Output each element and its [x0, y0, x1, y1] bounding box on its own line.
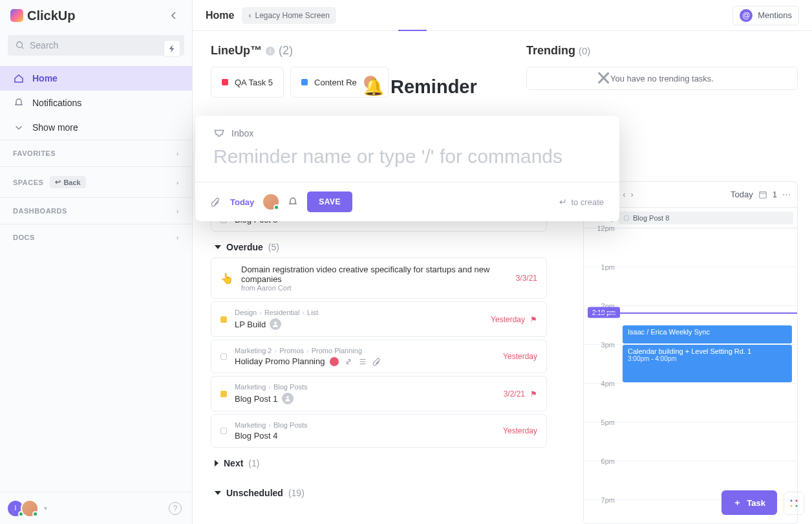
calendar-grid[interactable]: 12pm 1pm 2pm 3pm 4pm 5pm 6pm 7pm 2:10 pm…: [584, 228, 797, 524]
nav-notifications[interactable]: Notifications: [0, 91, 192, 115]
status-icon[interactable]: [220, 428, 227, 434]
allday-event[interactable]: Blog Post 8: [619, 212, 793, 224]
lineup-count: (2): [279, 44, 293, 58]
bell-icon: [13, 97, 25, 109]
task-list: Blog Post 8 Overdue (5) 👆 Domain registr…: [211, 208, 547, 498]
calendar-widget: Wed ▾ ‹ › Today 1 ⋯ All day Blog Post 8 …: [583, 181, 798, 524]
section-label: FAVORITES: [13, 149, 56, 157]
group-unscheduled[interactable]: Unscheduled (19): [215, 488, 547, 498]
assignee-icon[interactable]: [270, 318, 281, 330]
task-row[interactable]: Design› Residential› List LP Build Yeste…: [211, 301, 547, 337]
blocked-icon: [330, 357, 339, 366]
grid-icon: [789, 498, 799, 508]
mentions-button[interactable]: @ Mentions: [732, 6, 799, 25]
new-task-button[interactable]: ＋ Task: [721, 490, 777, 515]
section-spaces[interactable]: SPACES ↩ Back ›: [0, 166, 192, 197]
status-icon[interactable]: [220, 316, 227, 323]
trending-count: (0): [579, 45, 590, 56]
search-input[interactable]: Search: [8, 35, 184, 56]
task-row[interactable]: Marketing› Blog Posts Blog Post 4 Yester…: [211, 414, 547, 448]
chevron-down-icon[interactable]: ▾: [44, 505, 47, 512]
status-square-icon: [301, 79, 308, 85]
caret-right-icon: [215, 460, 219, 466]
lineup-widget: LineUp™ i (2) QA Task 5 Content Re: [211, 44, 500, 98]
task-row[interactable]: Marketing 2› Promos› Promo Planning Holi…: [211, 340, 547, 373]
status-icon[interactable]: [220, 353, 227, 360]
now-line: [594, 312, 797, 314]
calendar-day-num: 1: [773, 190, 777, 199]
caret-down-icon: [215, 491, 221, 495]
plus-icon: ＋: [733, 497, 742, 508]
back-button[interactable]: ↩ Back: [50, 176, 85, 188]
app-logo[interactable]: ClickUp: [10, 8, 75, 23]
help-button[interactable]: ?: [169, 502, 182, 515]
section-label: DASHBOARDS: [13, 207, 67, 215]
task-row[interactable]: Blog Post 8: [211, 208, 547, 232]
presence-dot-icon: [32, 511, 38, 517]
quick-action-button[interactable]: [164, 40, 180, 57]
svg-point-7: [796, 505, 798, 507]
status-icon: [624, 215, 629, 221]
section-label: SPACES: [13, 179, 43, 186]
group-overdue[interactable]: Overdue (5): [215, 242, 547, 252]
user-avatars[interactable]: I: [10, 499, 39, 518]
svg-rect-3: [760, 191, 767, 198]
list-icon: [358, 357, 367, 366]
logo-mark-icon: [10, 9, 23, 22]
allday-label: All day: [584, 214, 619, 222]
today-button[interactable]: Today: [731, 190, 753, 199]
collapse-sidebar-button[interactable]: [166, 8, 182, 23]
lineup-task-chip[interactable]: Content Re: [290, 67, 389, 98]
next-button[interactable]: ›: [631, 190, 634, 199]
at-icon: @: [740, 9, 753, 22]
chevron-down-icon: [13, 122, 25, 133]
chevron-right-icon: ›: [176, 207, 179, 215]
task-row[interactable]: Marketing› Blog Posts Blog Post 1 3/2/21…: [211, 376, 547, 411]
nav-label: Home: [32, 73, 58, 83]
legacy-home-button[interactable]: ‹ Legacy Home Screen: [242, 7, 336, 24]
chevron-right-icon: ›: [176, 179, 179, 186]
task-row[interactable]: 👆 Domain registration video creative spe…: [211, 257, 547, 299]
app-name: ClickUp: [27, 8, 75, 23]
trending-title: Trending: [526, 44, 575, 57]
nav-label: Notifications: [32, 98, 81, 108]
trending-empty: You have no trending tasks.: [526, 67, 798, 90]
avatar: [21, 499, 39, 518]
chevron-right-icon: ›: [176, 149, 179, 157]
info-icon[interactable]: i: [266, 47, 275, 56]
chevron-down-icon[interactable]: ▾: [613, 190, 617, 199]
status-icon[interactable]: [220, 217, 227, 223]
nav-show-more[interactable]: Show more: [0, 115, 192, 140]
section-favorites[interactable]: FAVORITES ›: [0, 140, 192, 166]
calendar-event[interactable]: Isaac / Erica Weekly Sync: [623, 325, 792, 344]
sidebar: ClickUp Search Home Notifications Show m…: [0, 0, 193, 524]
home-icon: [13, 72, 25, 84]
svg-point-1: [274, 322, 277, 324]
caret-down-icon: [215, 245, 221, 249]
more-icon[interactable]: ⋯: [782, 190, 791, 199]
chevron-right-icon: ›: [176, 234, 179, 241]
chevron-left-icon: ‹: [248, 11, 251, 20]
search-placeholder: Search: [30, 40, 58, 50]
status-square-icon: [222, 79, 228, 85]
assignee-icon[interactable]: [282, 393, 294, 404]
flag-icon[interactable]: ⚑: [530, 315, 537, 324]
lineup-task-chip[interactable]: QA Task 5: [211, 67, 284, 98]
hand-point-icon: 👆: [220, 272, 233, 285]
section-docs[interactable]: DOCS ›: [0, 224, 192, 250]
attachment-icon: [372, 357, 381, 366]
section-dashboards[interactable]: DASHBOARDS ›: [0, 197, 192, 224]
prev-button[interactable]: ‹: [623, 190, 625, 199]
group-next[interactable]: Next (1): [215, 458, 547, 468]
calendar-icon[interactable]: [758, 190, 767, 199]
apps-button[interactable]: [784, 492, 804, 515]
status-icon[interactable]: [220, 391, 227, 397]
calendar-day[interactable]: Wed: [590, 190, 608, 199]
flag-icon[interactable]: ⚑: [530, 389, 537, 398]
link-icon: [344, 357, 353, 366]
calendar-event[interactable]: Calendar building + Level Setting Rd. 1 …: [623, 345, 792, 382]
trending-widget: Trending (0) You have no trending tasks.: [526, 44, 798, 98]
section-label: DOCS: [13, 234, 35, 241]
nav-home[interactable]: Home: [0, 66, 192, 91]
svg-point-5: [796, 500, 798, 502]
